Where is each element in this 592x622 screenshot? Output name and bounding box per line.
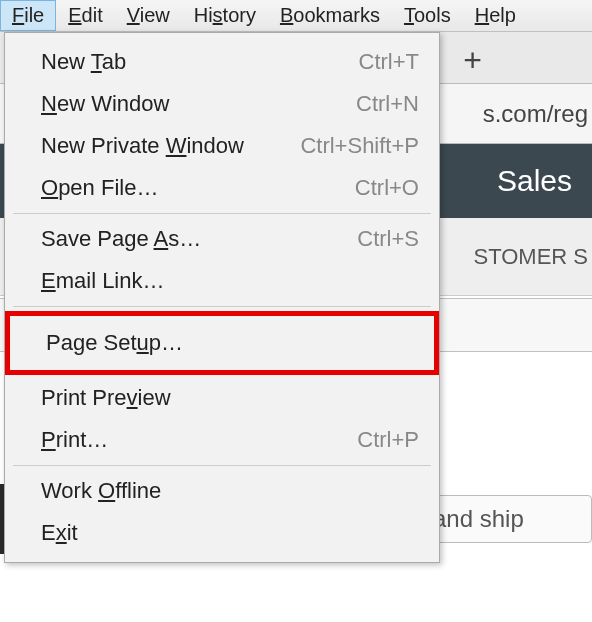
menu-item-email-link[interactable]: Email Link…	[5, 260, 439, 302]
separator	[13, 465, 431, 466]
separator	[13, 213, 431, 214]
menubar: File Edit View History Bookmarks Tools H…	[0, 0, 592, 32]
shortcut: Ctrl+Shift+P	[300, 133, 419, 159]
shortcut: Ctrl+N	[356, 91, 419, 117]
highlighted-item: Page Setup…	[5, 311, 439, 375]
menu-bookmarks[interactable]: Bookmarks	[268, 0, 392, 31]
menu-item-open-file[interactable]: Open File…Ctrl+O	[5, 167, 439, 209]
menu-item-exit[interactable]: Exit	[5, 512, 439, 554]
menu-file[interactable]: File	[0, 0, 56, 31]
menu-item-save-page-as[interactable]: Save Page As…Ctrl+S	[5, 218, 439, 260]
header-sales-label: Sales	[497, 164, 572, 198]
new-tab-button[interactable]: +	[463, 42, 482, 79]
menu-item-new-window[interactable]: New WindowCtrl+N	[5, 83, 439, 125]
menu-item-print[interactable]: Print…Ctrl+P	[5, 419, 439, 461]
menu-item-work-offline[interactable]: Work Offline	[5, 470, 439, 512]
shortcut: Ctrl+O	[355, 175, 419, 201]
menu-help[interactable]: Help	[463, 0, 528, 31]
shortcut: Ctrl+P	[357, 427, 419, 453]
menu-item-new-tab[interactable]: New TabCtrl+T	[5, 41, 439, 83]
url-fragment: s.com/reg	[483, 100, 588, 128]
menu-item-page-setup[interactable]: Page Setup…	[10, 316, 434, 370]
file-dropdown: New TabCtrl+T New WindowCtrl+N New Priva…	[4, 32, 440, 563]
menu-item-new-private-window[interactable]: New Private WindowCtrl+Shift+P	[5, 125, 439, 167]
separator	[13, 306, 431, 307]
menu-item-print-preview[interactable]: Print Preview	[5, 377, 439, 419]
shortcut: Ctrl+T	[359, 49, 420, 75]
menu-view[interactable]: View	[115, 0, 182, 31]
menu-history[interactable]: History	[182, 0, 268, 31]
menu-edit[interactable]: Edit	[56, 0, 114, 31]
shortcut: Ctrl+S	[357, 226, 419, 252]
customer-fragment: STOMER S	[473, 244, 588, 270]
menu-tools[interactable]: Tools	[392, 0, 463, 31]
